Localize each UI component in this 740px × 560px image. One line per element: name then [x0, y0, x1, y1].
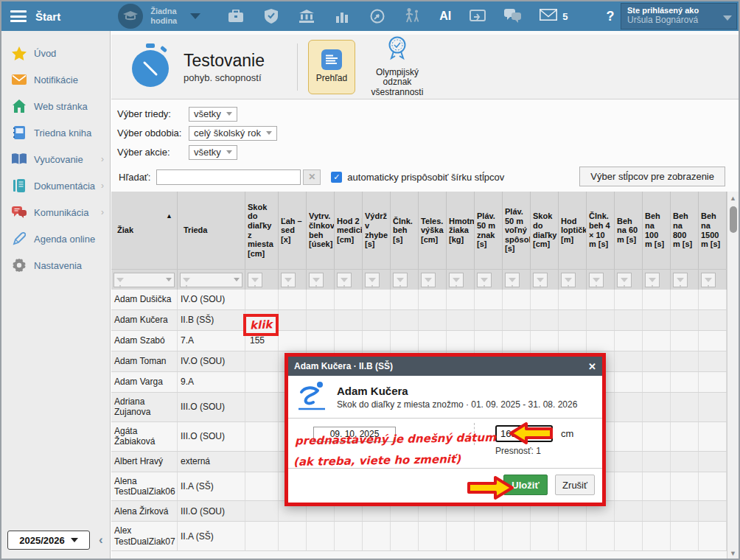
result-cell[interactable]	[503, 310, 531, 330]
table-row[interactable]: Alex TestDualZiak07II.A (SŠ)	[111, 522, 727, 551]
result-cell[interactable]	[671, 472, 699, 501]
result-cell[interactable]	[307, 310, 335, 330]
result-cell[interactable]	[475, 310, 503, 330]
result-cell[interactable]	[245, 393, 279, 421]
autofit-checkbox[interactable]: ✓	[331, 172, 342, 183]
sidebar-item-web-stranka[interactable]: Web stránka	[1, 93, 110, 119]
result-cell[interactable]	[559, 310, 587, 330]
result-cell[interactable]	[279, 522, 307, 550]
result-cell[interactable]	[307, 522, 335, 550]
result-cell[interactable]	[391, 310, 419, 330]
result-cell[interactable]	[699, 290, 727, 309]
result-cell[interactable]	[447, 310, 475, 330]
result-cell[interactable]	[587, 310, 615, 330]
result-cell[interactable]	[475, 522, 503, 550]
result-cell[interactable]	[335, 522, 363, 550]
walking-people-icon[interactable]	[404, 7, 422, 25]
result-cell[interactable]	[307, 331, 335, 351]
tab-olympijsky-odznak[interactable]: Olympijský odznak všestrannosti	[366, 40, 429, 94]
result-cell[interactable]	[615, 290, 643, 309]
result-cell[interactable]	[615, 501, 643, 521]
result-cell[interactable]	[419, 331, 447, 351]
result-cell[interactable]	[671, 501, 699, 521]
column-filter-button[interactable]	[281, 273, 296, 287]
column-filter-button[interactable]	[421, 273, 436, 287]
result-cell[interactable]	[615, 472, 643, 501]
column-filter-button[interactable]	[617, 273, 632, 287]
column-header[interactable]: Beh na 100 m [s]	[643, 192, 671, 269]
column-header[interactable]: Hod loptičkou [m]	[559, 192, 587, 269]
result-cell[interactable]	[587, 331, 615, 351]
result-cell[interactable]	[391, 331, 419, 351]
result-cell[interactable]	[419, 290, 447, 309]
result-cell[interactable]	[245, 501, 279, 521]
bar-chart-icon[interactable]	[333, 7, 351, 25]
result-cell[interactable]	[245, 522, 279, 550]
sidebar-item-komunikacia[interactable]: Komunikácia ›	[1, 199, 110, 225]
result-cell[interactable]	[335, 290, 363, 309]
result-cell[interactable]	[307, 290, 335, 309]
column-filter-button[interactable]	[365, 273, 380, 287]
column-header[interactable]: Člnk. beh 4 × 10 m [s]	[587, 192, 615, 269]
school-year-select[interactable]: 2025/2026	[7, 531, 90, 550]
column-filter-button[interactable]	[505, 273, 520, 287]
column-filter-button[interactable]	[477, 273, 492, 287]
result-cell[interactable]	[245, 351, 279, 371]
column-filter-button[interactable]	[248, 273, 262, 287]
result-cell[interactable]	[559, 290, 587, 309]
result-cell[interactable]	[643, 331, 671, 351]
result-cell[interactable]	[615, 351, 643, 371]
result-cell[interactable]	[671, 422, 699, 451]
result-cell[interactable]	[671, 331, 699, 351]
column-filter-button[interactable]	[114, 273, 175, 287]
result-cell[interactable]	[643, 393, 671, 421]
result-cell[interactable]	[279, 310, 307, 330]
result-cell[interactable]	[363, 522, 391, 550]
class-filter-select[interactable]: všetky	[189, 107, 237, 122]
result-cell[interactable]	[615, 372, 643, 392]
result-cell[interactable]	[643, 310, 671, 330]
table-row[interactable]: Adam KučeraII.B (SŠ)	[111, 310, 727, 331]
clear-search-icon[interactable]: ✕	[303, 169, 321, 185]
column-header[interactable]: Vytrv. člnkový beh [úsek]	[307, 192, 335, 269]
logged-in-user-menu[interactable]: Ste prihlásený ako Uršula Bognárová	[621, 3, 737, 29]
result-cell[interactable]	[279, 331, 307, 351]
bank-icon[interactable]	[298, 7, 315, 25]
result-cell[interactable]	[643, 472, 671, 501]
result-cell[interactable]	[699, 372, 727, 392]
column-header[interactable]: Beh na 1500 m [s]	[699, 192, 727, 269]
result-cell[interactable]	[245, 472, 279, 501]
result-cell[interactable]	[531, 522, 559, 550]
result-cell[interactable]	[279, 290, 307, 309]
result-cell[interactable]	[447, 290, 475, 309]
column-filter-button[interactable]	[449, 273, 464, 287]
sidebar-item-uvod[interactable]: Úvod	[1, 40, 110, 66]
result-cell[interactable]	[363, 290, 391, 309]
column-filter-button[interactable]	[701, 273, 716, 287]
result-cell[interactable]	[699, 452, 727, 472]
result-cell[interactable]	[671, 393, 699, 421]
column-header[interactable]: Skok do diaľky [cm]	[531, 192, 559, 269]
column-header[interactable]: Člnk. beh [s]	[391, 192, 419, 269]
result-cell[interactable]	[699, 522, 727, 550]
result-cell[interactable]	[245, 290, 279, 309]
result-cell[interactable]	[531, 290, 559, 309]
result-cell[interactable]	[391, 290, 419, 309]
result-cell[interactable]	[699, 331, 727, 351]
result-cell[interactable]	[615, 331, 643, 351]
result-cell[interactable]	[643, 522, 671, 550]
result-cell[interactable]	[671, 452, 699, 472]
briefcase-icon[interactable]	[227, 7, 245, 25]
column-filter-button[interactable]	[589, 273, 604, 287]
result-cell[interactable]	[615, 422, 643, 451]
table-row[interactable]: Adam Szabó7.A155	[111, 331, 727, 351]
column-filter-button[interactable]	[337, 273, 352, 287]
result-cell[interactable]	[699, 422, 727, 451]
chat-icon[interactable]	[504, 7, 522, 25]
result-cell[interactable]	[245, 372, 279, 392]
cast-icon[interactable]	[469, 7, 486, 25]
column-filter-button[interactable]	[533, 273, 548, 287]
column-filter-button[interactable]	[180, 273, 242, 287]
start-menu[interactable]: Štart	[35, 10, 60, 23]
result-cell[interactable]	[587, 290, 615, 309]
